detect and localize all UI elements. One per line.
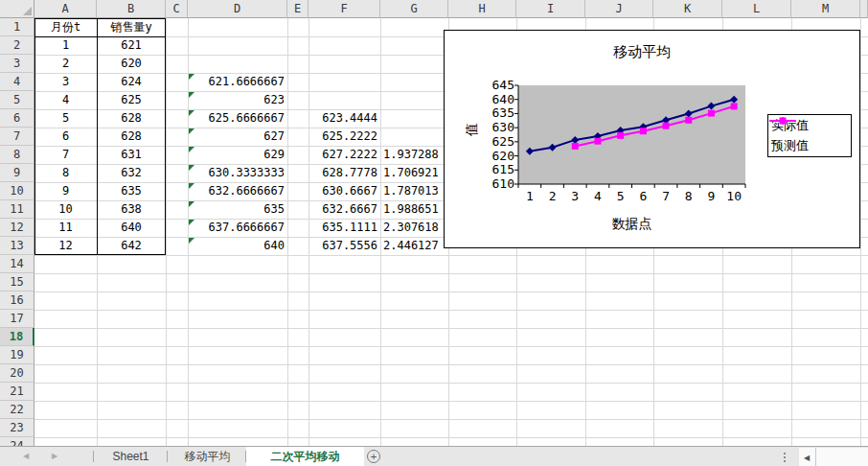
- cell-G9[interactable]: 1.706921: [381, 164, 447, 182]
- column-header-E[interactable]: E: [287, 0, 308, 18]
- column-header-I[interactable]: I: [516, 0, 585, 18]
- column-header-J[interactable]: J: [585, 0, 653, 18]
- row-header-7[interactable]: 7: [0, 128, 34, 146]
- y-axis-tick-label: 645: [476, 79, 514, 92]
- cell-F12[interactable]: 635.1111: [309, 219, 379, 237]
- error-indicator-icon: [189, 147, 194, 152]
- column-header-L[interactable]: L: [722, 0, 791, 18]
- cell-D11[interactable]: 635: [189, 200, 286, 219]
- select-all-triangle-icon: [23, 7, 32, 15]
- cell-D13[interactable]: 640: [189, 237, 286, 255]
- tabbar-splitter-handle[interactable]: [784, 451, 787, 464]
- row-header-20[interactable]: 20: [0, 364, 34, 383]
- chart-legend[interactable]: 实际值预测值: [767, 114, 852, 157]
- gridline-horizontal: [34, 383, 868, 384]
- cell-F9[interactable]: 628.7778: [309, 164, 379, 182]
- sheet-tab-3[interactable]: 二次平均移动: [246, 447, 364, 466]
- column-header-B[interactable]: B: [97, 0, 166, 18]
- y-axis-tick-label: 620: [476, 150, 514, 163]
- cell-F7[interactable]: 625.2222: [309, 128, 379, 146]
- row-header-5[interactable]: 5: [0, 91, 34, 109]
- cell-G8[interactable]: 1.937288: [381, 146, 447, 164]
- sheet-tab-2[interactable]: 移动平均: [169, 447, 246, 466]
- row-header-11[interactable]: 11: [0, 200, 34, 219]
- moving-average-chart[interactable]: 移动平均 值 数据点 64564063563062562061561012345…: [444, 30, 860, 248]
- row-header-10[interactable]: 10: [0, 182, 34, 200]
- new-sheet-button[interactable]: +: [367, 450, 380, 463]
- error-indicator-icon: [189, 128, 194, 134]
- row-header-22[interactable]: 22: [0, 401, 34, 419]
- x-axis-tick-label: 5: [610, 190, 631, 203]
- column-header-H[interactable]: H: [448, 0, 516, 18]
- row-header-23[interactable]: 23: [0, 419, 34, 437]
- row-header-9[interactable]: 9: [0, 164, 34, 182]
- error-indicator-icon: [189, 110, 194, 116]
- cell-D12[interactable]: 637.6666667: [189, 219, 286, 237]
- select-all-corner[interactable]: [0, 0, 34, 18]
- column-header-K[interactable]: K: [653, 0, 722, 18]
- cell-F11[interactable]: 632.6667: [309, 200, 379, 219]
- column-header-D[interactable]: D: [188, 0, 287, 18]
- sheet-tab-1[interactable]: Sheet1: [94, 447, 168, 466]
- cell-D9[interactable]: 630.3333333: [189, 164, 286, 182]
- x-axis-tick-label: 9: [700, 190, 721, 203]
- column-header-partial: [860, 0, 868, 18]
- row-header-4[interactable]: 4: [0, 73, 34, 91]
- cell-F13[interactable]: 637.5556: [309, 237, 379, 255]
- error-indicator-icon: [189, 201, 194, 207]
- spreadsheet-app: ABCDEFGHIJKLM 12345678910111213141516171…: [0, 0, 868, 466]
- cell-G11[interactable]: 1.988651: [381, 200, 447, 219]
- table-border-outline: [34, 18, 166, 255]
- row-header-12[interactable]: 12: [0, 219, 34, 237]
- cell-F6[interactable]: 623.4444: [309, 109, 379, 128]
- column-header-A[interactable]: A: [34, 0, 97, 18]
- row-header-8[interactable]: 8: [0, 146, 34, 164]
- row-header-15[interactable]: 15: [0, 273, 34, 291]
- row-header-21[interactable]: 21: [0, 383, 34, 401]
- x-axis-tick-label: 1: [519, 190, 540, 203]
- gridline-horizontal: [34, 328, 868, 329]
- scroll-left-icon[interactable]: ◀: [804, 454, 810, 462]
- cell-G12[interactable]: 2.307618: [381, 219, 447, 237]
- row-header-14[interactable]: 14: [0, 255, 34, 273]
- legend-marker-icon: [768, 115, 797, 127]
- cell-D6[interactable]: 625.6666667: [189, 109, 286, 128]
- horizontal-scrollbar[interactable]: ◀: [799, 448, 868, 466]
- gridline-horizontal: [34, 291, 868, 292]
- error-indicator-icon: [189, 238, 194, 244]
- cell-G13[interactable]: 2.446127: [381, 237, 447, 255]
- column-header-M[interactable]: M: [791, 0, 860, 18]
- cell-F8[interactable]: 627.2222: [309, 146, 379, 164]
- row-header-1[interactable]: 1: [0, 18, 34, 36]
- tab-scroll-left-icon[interactable]: ◀: [23, 452, 29, 460]
- row-header-16[interactable]: 16: [0, 291, 34, 310]
- cell-D4[interactable]: 621.6666667: [189, 73, 286, 91]
- column-header-F[interactable]: F: [308, 0, 380, 18]
- row-header-13[interactable]: 13: [0, 237, 34, 255]
- row-header-17[interactable]: 17: [0, 310, 34, 328]
- error-indicator-icon: [189, 92, 194, 98]
- row-header-6[interactable]: 6: [0, 109, 34, 128]
- row-header-19[interactable]: 19: [0, 346, 34, 364]
- x-axis-tick-label: 4: [587, 190, 608, 203]
- cell-D7[interactable]: 627: [189, 128, 286, 146]
- gridline-horizontal: [34, 364, 868, 365]
- row-header-18[interactable]: 18: [0, 328, 34, 346]
- gridline-horizontal: [34, 419, 868, 420]
- error-indicator-icon: [189, 220, 194, 225]
- cell-D5[interactable]: 623: [189, 91, 286, 109]
- x-axis-tick-label: 3: [564, 190, 585, 203]
- row-header-2[interactable]: 2: [0, 36, 34, 55]
- cell-G10[interactable]: 1.787013: [381, 182, 447, 200]
- gridline-horizontal: [34, 255, 868, 256]
- tab-scroll-right-icon[interactable]: ▶: [52, 452, 57, 460]
- error-indicator-icon: [189, 74, 194, 80]
- cell-D8[interactable]: 629: [189, 146, 286, 164]
- tab-separator: [167, 451, 168, 462]
- cell-F10[interactable]: 630.6667: [309, 182, 379, 200]
- column-header-C[interactable]: C: [166, 0, 188, 18]
- cell-D10[interactable]: 632.6666667: [189, 182, 286, 200]
- column-header-G[interactable]: G: [380, 0, 448, 18]
- gridline-horizontal: [34, 437, 868, 438]
- row-header-3[interactable]: 3: [0, 55, 34, 73]
